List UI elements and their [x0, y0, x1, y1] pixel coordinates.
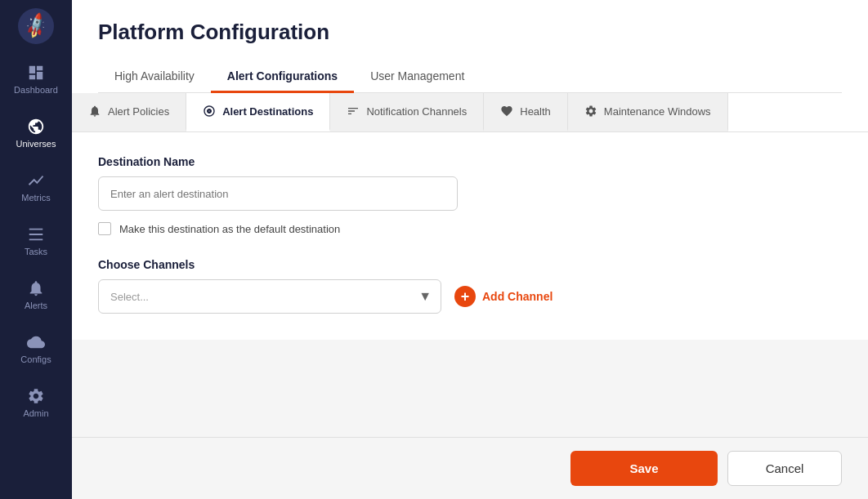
admin-icon [27, 387, 45, 405]
destination-name-input[interactable] [98, 176, 458, 211]
sidebar-item-admin[interactable]: Admin [0, 376, 72, 430]
sub-tabs: Alert Policies Alert Destinations Notifi… [72, 93, 868, 132]
default-destination-row: Make this destination as the default des… [98, 222, 842, 235]
sidebar-item-label-tasks: Tasks [25, 247, 47, 256]
sidebar-item-label-universes: Universes [16, 139, 56, 149]
channel-select[interactable]: Select... [98, 279, 441, 314]
choose-channels-section: Choose Channels Select... ▼ + Add Channe… [98, 258, 842, 314]
target-icon [203, 105, 216, 118]
sidebar-item-label-configs: Configs [20, 354, 51, 364]
sidebar-item-alerts[interactable]: Alerts [0, 268, 72, 322]
tab-high-availability[interactable]: High Availability [98, 61, 211, 93]
gear-icon [584, 105, 597, 118]
sidebar-item-label-dashboard: Dashboard [14, 85, 58, 95]
sub-tab-notification-channels[interactable]: Notification Channels [330, 93, 484, 131]
choose-channels-label: Choose Channels [98, 258, 842, 271]
default-destination-checkbox[interactable] [98, 222, 111, 235]
destination-name-section: Destination Name Make this destination a… [98, 155, 842, 235]
sub-tab-alert-destinations[interactable]: Alert Destinations [186, 93, 330, 131]
heart-icon [500, 105, 513, 118]
sidebar-item-metrics[interactable]: Metrics [0, 160, 72, 214]
save-button[interactable]: Save [570, 451, 718, 486]
add-channel-button[interactable]: + Add Channel [454, 286, 553, 307]
sidebar-item-label-metrics: Metrics [21, 193, 50, 203]
page-title: Platform Configuration [98, 20, 842, 45]
form-area: Destination Name Make this destination a… [72, 132, 868, 340]
tasks-icon [27, 225, 45, 243]
tab-alert-configurations[interactable]: Alert Configurations [211, 61, 354, 93]
sidebar: 🚀 Dashboard Universes Metrics Tasks Aler… [0, 0, 72, 499]
channels-row: Select... ▼ + Add Channel [98, 279, 842, 314]
metrics-icon [27, 172, 45, 189]
sub-tab-alert-policies[interactable]: Alert Policies [72, 93, 186, 131]
tab-user-management[interactable]: User Management [354, 61, 481, 93]
default-destination-label: Make this destination as the default des… [119, 223, 340, 235]
sub-tab-maintenance-windows[interactable]: Maintenance Windows [568, 93, 728, 131]
alerts-icon [27, 279, 45, 297]
header: Platform Configuration High Availability… [72, 0, 868, 93]
sidebar-item-tasks[interactable]: Tasks [0, 214, 72, 268]
main-content: Platform Configuration High Availability… [72, 0, 868, 499]
sidebar-item-configs[interactable]: Configs [0, 322, 72, 376]
sliders-icon [347, 105, 360, 118]
sub-tab-health[interactable]: Health [484, 93, 568, 131]
top-tabs: High Availability Alert Configurations U… [98, 61, 842, 93]
sub-tab-alert-policies-label: Alert Policies [108, 105, 169, 118]
logo-icon: 🚀 [21, 11, 51, 41]
sub-tab-notification-channels-label: Notification Channels [366, 105, 467, 118]
sidebar-item-dashboard[interactable]: Dashboard [0, 52, 72, 106]
channel-select-wrapper: Select... ▼ [98, 279, 441, 314]
configs-icon [27, 333, 45, 351]
content-area: Alert Policies Alert Destinations Notifi… [72, 93, 868, 437]
universes-icon [27, 118, 45, 136]
footer: Save Cancel [72, 437, 868, 499]
cancel-button[interactable]: Cancel [727, 451, 842, 486]
sub-tab-maintenance-windows-label: Maintenance Windows [604, 105, 711, 118]
add-channel-icon: + [454, 286, 476, 307]
add-channel-label: Add Channel [482, 290, 553, 303]
dashboard-icon [27, 64, 45, 82]
destination-name-label: Destination Name [98, 155, 842, 168]
sidebar-item-label-alerts: Alerts [25, 301, 47, 310]
sidebar-item-label-admin: Admin [23, 408, 48, 418]
logo: 🚀 [0, 0, 72, 52]
sub-tab-health-label: Health [520, 105, 551, 118]
bell-icon [88, 105, 101, 118]
sub-tab-alert-destinations-label: Alert Destinations [222, 105, 313, 118]
sidebar-item-universes[interactable]: Universes [0, 106, 72, 160]
